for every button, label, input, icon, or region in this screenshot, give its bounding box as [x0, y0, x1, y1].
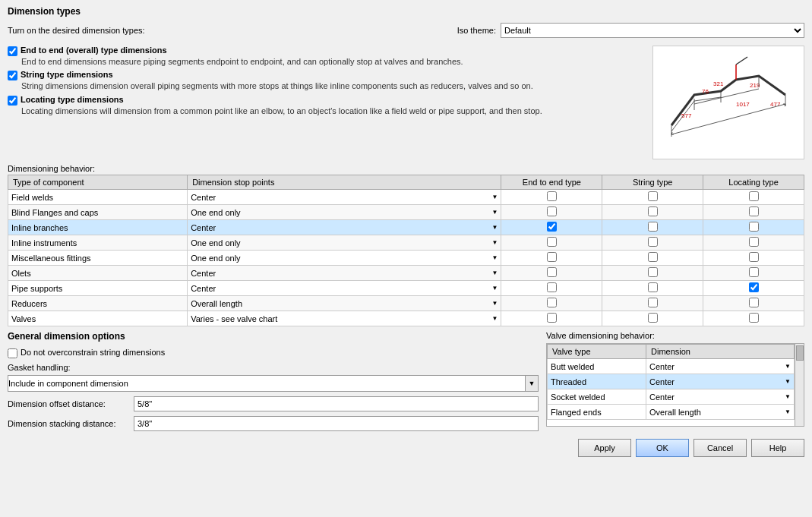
general-options-section: General dimension options Do not overcon… [8, 331, 539, 431]
stop-cell[interactable]: One end only▼ [188, 205, 501, 220]
stop-cell[interactable]: Center▼ [188, 281, 501, 296]
ok-button[interactable]: OK [636, 439, 689, 457]
end_to_end-checkbox-cell[interactable] [501, 205, 602, 220]
table-row: OletsCenter▼ [8, 266, 804, 281]
col-locating: Locating type [703, 175, 804, 190]
locating-checkbox-cell[interactable] [703, 190, 804, 205]
dimensioning-behavior-section: Dimensioning behavior: Type of component… [8, 164, 804, 326]
locating-checkbox[interactable] [8, 96, 17, 106]
end_to_end-checkbox-cell[interactable] [501, 266, 602, 281]
string-checkbox-cell[interactable] [602, 266, 703, 281]
end-to-end-label: End to end (overall) type dimensions [21, 46, 167, 55]
cancel-button[interactable]: Cancel [694, 439, 747, 457]
stacking-input[interactable] [134, 416, 539, 431]
string-checkbox-cell[interactable] [602, 190, 703, 205]
table-row: Field weldsCenter▼ [8, 190, 804, 205]
table-row: Blind Flanges and capsOne end only▼ [8, 205, 804, 220]
string-checkbox-cell[interactable] [602, 311, 703, 326]
iso-theme-label: Iso theme: [457, 26, 496, 35]
string-checkbox-cell[interactable] [602, 251, 703, 266]
stop-cell[interactable]: Center▼ [188, 220, 501, 235]
stop-cell[interactable]: One end only▼ [188, 235, 501, 251]
string-checkbox-cell[interactable] [602, 220, 703, 235]
valve-dimension-cell[interactable]: Center▼ [646, 359, 795, 374]
stop-cell[interactable]: One end only▼ [188, 251, 501, 266]
button-bar: Apply OK Cancel Help [8, 436, 804, 457]
end_to_end-checkbox-cell[interactable] [501, 296, 602, 311]
help-button[interactable]: Help [751, 439, 804, 457]
valve-table-row: Socket weldedCenter▼ [548, 389, 795, 405]
end_to_end-checkbox-cell[interactable] [501, 251, 602, 266]
valve-scrollbar[interactable] [795, 344, 804, 426]
svg-text:577: 577 [681, 112, 692, 119]
string-label: String type dimensions [21, 70, 113, 79]
locating-checkbox-cell[interactable] [703, 266, 804, 281]
end_to_end-checkbox-cell[interactable] [501, 220, 602, 235]
component-cell: Blind Flanges and caps [8, 205, 188, 220]
table-row: Pipe supportsCenter▼ [8, 281, 804, 296]
end_to_end-checkbox-cell[interactable] [501, 190, 602, 205]
string-checkbox-cell[interactable] [602, 281, 703, 296]
string-checkbox-cell[interactable] [602, 235, 703, 251]
dim-behavior-label: Dimensioning behavior: [8, 164, 804, 173]
table-row: Inline branchesCenter▼ [8, 220, 804, 235]
component-cell: Miscellaneous fittings [8, 251, 188, 266]
string-checkbox[interactable] [8, 71, 17, 80]
col-end-to-end: End to end type [501, 175, 602, 190]
end-to-end-checkbox[interactable] [8, 46, 17, 56]
valve-type-cell: Socket welded [548, 389, 646, 405]
valve-section: Valve dimensioning behavior: Valve type … [546, 331, 804, 427]
gasket-dropdown-arrow[interactable]: ▼ [525, 375, 539, 392]
col-string: String type [602, 175, 703, 190]
stop-cell[interactable]: Center▼ [188, 190, 501, 205]
component-cell: Olets [8, 266, 188, 281]
locating-label: Locating type dimensions [21, 95, 124, 104]
gasket-select[interactable]: Include in component dimension [8, 375, 525, 392]
locating-checkbox-cell[interactable] [703, 235, 804, 251]
col-stop: Dimension stop points [188, 175, 501, 190]
valve-dimension-cell[interactable]: Center▼ [646, 374, 795, 389]
gasket-label: Gasket handling: [8, 363, 539, 372]
component-cell: Reducers [8, 296, 188, 311]
end_to_end-checkbox-cell[interactable] [501, 311, 602, 326]
string-checkbox-cell[interactable] [602, 296, 703, 311]
offset-input[interactable] [134, 396, 539, 411]
valve-dimension-cell[interactable]: Center▼ [646, 389, 795, 405]
component-cell: Field welds [8, 190, 188, 205]
table-row: Miscellaneous fittingsOne end only▼ [8, 251, 804, 266]
stop-cell[interactable]: Overall length▼ [188, 296, 501, 311]
end_to_end-checkbox-cell[interactable] [501, 235, 602, 251]
valve-type-cell: Flanged ends [548, 405, 646, 420]
locating-checkbox-cell[interactable] [703, 281, 804, 296]
valve-type-cell: Butt welded [548, 359, 646, 374]
locating-checkbox-cell[interactable] [703, 220, 804, 235]
do-not-overconstrain-label: Do not overconstrain string dimensions [21, 348, 165, 357]
string-checkbox-cell[interactable] [602, 205, 703, 220]
locating-checkbox-cell[interactable] [703, 205, 804, 220]
dimension-diagram: 577 76 321 1017 219 477 [652, 46, 804, 159]
locating-checkbox-cell[interactable] [703, 296, 804, 311]
table-row: Inline instrumentsOne end only▼ [8, 235, 804, 251]
iso-theme-select[interactable]: Default [501, 23, 804, 38]
valve-dimension-cell[interactable]: Overall length▼ [646, 405, 795, 420]
apply-button[interactable]: Apply [578, 439, 631, 457]
do-not-overconstrain-checkbox[interactable] [8, 348, 17, 358]
stacking-label: Dimension stacking distance: [8, 419, 129, 428]
locating-checkbox-cell[interactable] [703, 251, 804, 266]
offset-label: Dimension offset distance: [8, 399, 129, 408]
valve-col-type: Valve type [548, 345, 646, 359]
col-component: Type of component [8, 175, 188, 190]
component-table: Type of component Dimension stop points … [8, 175, 804, 326]
end-to-end-desc: End to end dimensions measure piping seg… [21, 56, 645, 67]
valve-type-cell: Threaded [548, 374, 646, 389]
svg-text:1017: 1017 [736, 101, 750, 108]
turn-on-label: Turn on the desired dimension types: [8, 26, 145, 35]
svg-text:76: 76 [702, 88, 709, 95]
stop-cell[interactable]: Varies - see valve chart▼ [188, 311, 501, 326]
valve-section-title: Valve dimensioning behavior: [546, 331, 804, 340]
end_to_end-checkbox-cell[interactable] [501, 281, 602, 296]
locating-desc: Locating dimensions will dimension from … [21, 106, 645, 116]
valve-col-dimension: Dimension [646, 345, 795, 359]
locating-checkbox-cell[interactable] [703, 311, 804, 326]
stop-cell[interactable]: Center▼ [188, 266, 501, 281]
